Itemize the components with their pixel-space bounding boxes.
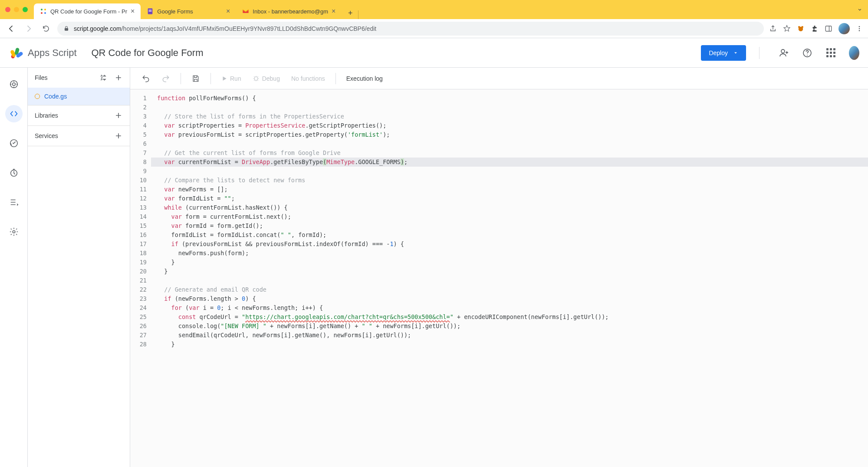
- apps-script-logo[interactable]: Apps Script: [9, 45, 77, 61]
- overview-icon[interactable]: [5, 76, 23, 93]
- divider: [759, 47, 760, 59]
- svg-text:Z: Z: [101, 78, 102, 81]
- svg-point-14: [859, 28, 860, 29]
- window-controls: [5, 7, 28, 12]
- libraries-label: Libraries: [35, 112, 58, 119]
- star-icon[interactable]: [783, 25, 791, 33]
- undo-button[interactable]: [137, 71, 155, 86]
- tab-title: QR Code for Google Form - Pr: [50, 8, 127, 15]
- execution-log-button[interactable]: Execution log: [342, 71, 387, 86]
- new-tab-button[interactable]: +: [344, 7, 356, 19]
- main-layout: Files AZ Code.gs Libraries Services: [0, 68, 868, 467]
- redo-button[interactable]: [157, 71, 174, 86]
- add-file-icon[interactable]: [114, 73, 123, 82]
- svg-rect-5: [149, 10, 152, 10]
- divider: [210, 73, 211, 84]
- svg-text:A: A: [101, 74, 103, 77]
- save-button[interactable]: [187, 71, 204, 86]
- close-icon[interactable]: ×: [332, 7, 335, 15]
- services-label: Services: [35, 132, 58, 139]
- exec-log-label: Execution log: [346, 75, 383, 82]
- apps-script-header: Apps Script QR Code for Google Form Depl…: [0, 38, 868, 68]
- files-section: Files AZ Code.gs: [28, 68, 130, 105]
- forward-button[interactable]: [23, 23, 35, 35]
- svg-point-10: [802, 26, 804, 28]
- run-button[interactable]: Run: [217, 71, 246, 86]
- run-label: Run: [230, 75, 241, 82]
- divider: [181, 73, 181, 84]
- chevron-down-icon[interactable]: [857, 7, 863, 13]
- no-functions-label: No functions: [291, 75, 325, 82]
- address-bar: script.google.com/home/projects/1aqsJoIV…: [0, 19, 868, 38]
- code-editor[interactable]: 1234567891011121314151617181920212223242…: [130, 89, 868, 467]
- svg-point-9: [798, 26, 800, 28]
- line-gutter: 1234567891011121314151617181920212223242…: [130, 89, 151, 467]
- editor-toolbar: Run Debug No functions Execution log: [130, 68, 868, 89]
- back-button[interactable]: [5, 23, 17, 35]
- gmail-icon: [242, 8, 249, 15]
- executions-icon[interactable]: [5, 135, 23, 152]
- window-close-button[interactable]: [5, 7, 10, 12]
- svg-point-30: [254, 77, 258, 80]
- services-header[interactable]: Services: [28, 126, 130, 146]
- extension-bear-icon[interactable]: [797, 25, 805, 33]
- url-input[interactable]: script.google.com/home/projects/1aqsJoIV…: [57, 22, 764, 36]
- libraries-header[interactable]: Libraries: [28, 105, 130, 125]
- triggers-icon[interactable]: [5, 164, 23, 181]
- apps-script-logo-icon: [9, 45, 24, 61]
- file-name: Code.gs: [44, 93, 67, 100]
- project-title[interactable]: QR Code for Google Form: [92, 47, 204, 59]
- code-content[interactable]: function pollForNewForms() { // Store th…: [151, 89, 868, 467]
- apps-script-icon: [40, 8, 47, 15]
- left-rail: [0, 68, 28, 467]
- reload-button[interactable]: [40, 23, 52, 35]
- svg-rect-11: [825, 26, 832, 31]
- account-avatar[interactable]: [849, 48, 859, 58]
- sort-icon[interactable]: AZ: [99, 73, 108, 82]
- add-service-icon[interactable]: [114, 132, 123, 140]
- debug-button[interactable]: Debug: [248, 71, 284, 86]
- tab-google-forms[interactable]: Google Forms ×: [141, 3, 236, 19]
- tab-title: Inbox - bannerbeardemo@gm: [253, 8, 328, 15]
- files-label: Files: [35, 74, 48, 81]
- tabs-container: QR Code for Google Form - Pr × Google Fo…: [34, 0, 857, 19]
- svg-point-27: [13, 230, 15, 233]
- svg-point-15: [859, 30, 860, 31]
- sidebar: Files AZ Code.gs Libraries Services: [28, 68, 130, 467]
- function-select[interactable]: No functions: [287, 71, 329, 86]
- chevron-down-icon: [733, 50, 738, 56]
- services-section: Services: [28, 126, 130, 146]
- profile-avatar[interactable]: [838, 23, 850, 34]
- close-icon[interactable]: ×: [226, 7, 230, 15]
- list-icon[interactable]: [5, 194, 23, 211]
- share-person-icon[interactable]: [779, 48, 789, 58]
- svg-point-24: [12, 83, 15, 86]
- window-minimize-button[interactable]: [14, 7, 19, 12]
- extensions-icon[interactable]: [811, 25, 819, 33]
- svg-point-22: [807, 55, 808, 56]
- settings-icon[interactable]: [5, 223, 23, 240]
- svg-point-2: [41, 9, 43, 10]
- svg-point-20: [781, 49, 785, 53]
- libraries-section: Libraries: [28, 105, 130, 126]
- editor-icon[interactable]: [5, 105, 23, 122]
- window-maximize-button[interactable]: [23, 7, 28, 12]
- file-code-gs[interactable]: Code.gs: [28, 88, 130, 105]
- tab-gmail[interactable]: Inbox - bannerbeardemo@gm ×: [236, 3, 342, 19]
- sidepanel-icon[interactable]: [825, 25, 832, 33]
- product-name: Apps Script: [28, 47, 77, 59]
- close-icon[interactable]: ×: [131, 7, 135, 15]
- apps-grid-icon[interactable]: [825, 48, 836, 58]
- menu-icon[interactable]: [856, 25, 863, 32]
- svg-rect-7: [65, 28, 68, 30]
- add-library-icon[interactable]: [114, 111, 123, 120]
- tab-apps-script[interactable]: QR Code for Google Form - Pr ×: [34, 3, 141, 19]
- share-icon[interactable]: [769, 25, 777, 33]
- svg-point-1: [44, 9, 46, 10]
- help-icon[interactable]: [802, 48, 812, 58]
- deploy-button[interactable]: Deploy: [701, 45, 746, 61]
- lock-icon: [63, 26, 69, 32]
- url-text: script.google.com/home/projects/1aqsJoIV…: [74, 25, 376, 32]
- svg-point-13: [859, 26, 860, 27]
- deploy-label: Deploy: [709, 49, 728, 56]
